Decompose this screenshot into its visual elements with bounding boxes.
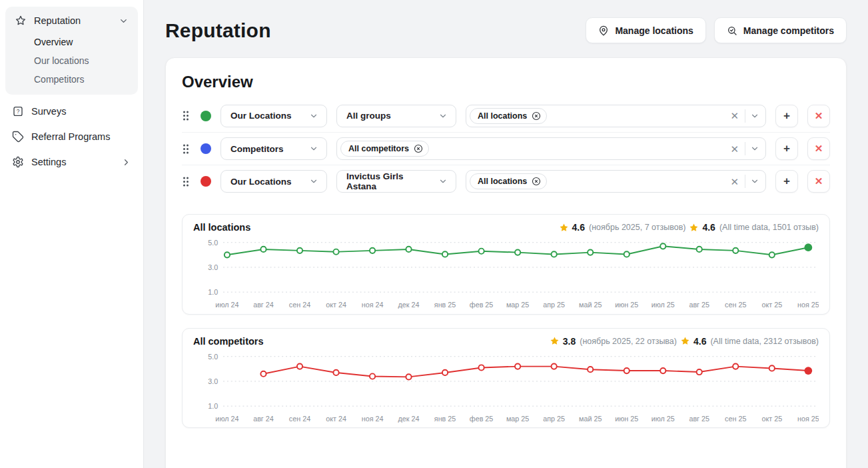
svg-text:апр 25: апр 25 xyxy=(543,414,565,422)
add-series-button[interactable]: + xyxy=(775,170,798,193)
source-select[interactable]: Our Locations xyxy=(220,105,327,127)
star-icon xyxy=(15,15,27,27)
chevron-right-icon xyxy=(121,157,131,167)
remove-series-button[interactable]: ✕ xyxy=(807,137,830,160)
selected-chip[interactable]: All competitors xyxy=(340,141,429,157)
svg-text:5.0: 5.0 xyxy=(208,352,218,360)
line-chart: 5.03.01.0июл 24авг 24сен 24окт 24ноя 24д… xyxy=(193,234,819,310)
sidebar-item-referral-programs[interactable]: Referral Programs xyxy=(5,124,138,149)
drag-handle-icon[interactable] xyxy=(182,110,190,121)
manage-competitors-button[interactable]: Manage competitors xyxy=(714,17,847,43)
tag-icon xyxy=(12,131,24,143)
group-select[interactable]: Invictus Girls Astana xyxy=(336,170,456,193)
divider xyxy=(745,109,745,123)
chevron-down-icon xyxy=(309,144,318,153)
chart-ratings: 3.8 (ноябрь 2025, 22 отзыва) 4.6 (All ti… xyxy=(550,336,819,347)
svg-text:июл 25: июл 25 xyxy=(651,414,675,422)
line-chart: 5.03.01.0июл 24авг 24сен 24окт 24ноя 24д… xyxy=(193,348,819,424)
drag-handle-icon[interactable] xyxy=(182,176,190,187)
divider xyxy=(745,175,745,188)
clear-selection-icon[interactable]: ✕ xyxy=(729,109,740,122)
svg-text:сен 24: сен 24 xyxy=(289,414,310,422)
current-rating-note: (ноябрь 2025, 7 отзывов) xyxy=(589,223,685,232)
svg-text:сен 24: сен 24 xyxy=(289,301,310,309)
chip-remove-icon[interactable] xyxy=(531,111,542,121)
svg-text:авг 25: авг 25 xyxy=(689,301,709,309)
svg-text:ноя 24: ноя 24 xyxy=(362,414,384,422)
svg-text:дек 24: дек 24 xyxy=(398,301,420,309)
sidebar-item-reputation[interactable]: Reputation xyxy=(8,8,135,33)
current-rating-note: (ноябрь 2025, 22 отзыва) xyxy=(580,337,677,346)
svg-text:сен 25: сен 25 xyxy=(725,414,746,422)
chevron-down-icon xyxy=(309,111,318,121)
source-select[interactable]: Our Locations xyxy=(220,170,327,193)
svg-text:5.0: 5.0 xyxy=(208,239,218,247)
svg-text:май 25: май 25 xyxy=(579,301,602,309)
chevron-down-icon[interactable] xyxy=(750,111,759,121)
svg-text:авг 24: авг 24 xyxy=(253,414,274,422)
clear-selection-icon[interactable]: ✕ xyxy=(729,143,740,155)
main-content: Reputation Manage locations Manage compe… xyxy=(144,0,868,468)
svg-text:сен 25: сен 25 xyxy=(725,301,746,309)
current-rating-value: 4.6 xyxy=(572,222,585,233)
chevron-down-icon[interactable] xyxy=(750,144,759,153)
svg-text:дек 24: дек 24 xyxy=(398,414,420,422)
survey-icon: ? xyxy=(12,105,24,117)
clear-selection-icon[interactable]: ✕ xyxy=(729,175,740,188)
overview-card: Overview Our Locations All groups All lo… xyxy=(165,57,847,468)
chevron-down-icon xyxy=(438,111,448,121)
gear-icon xyxy=(12,156,24,168)
svg-text:фев 25: фев 25 xyxy=(470,301,494,309)
alltime-rating-note: (All time data, 2312 отзывов) xyxy=(710,337,819,346)
competitors-multiselect[interactable]: All competitors ✕ xyxy=(336,137,766,160)
chart-title: All locations xyxy=(193,222,250,233)
svg-text:1.0: 1.0 xyxy=(208,288,218,296)
filter-row-competitors: Competitors All competitors ✕ + ✕ xyxy=(182,132,830,165)
svg-text:мар 25: мар 25 xyxy=(506,414,529,422)
locations-multiselect[interactable]: All locations ✕ xyxy=(466,105,766,127)
star-icon xyxy=(680,336,690,346)
overview-title: Overview xyxy=(182,73,830,91)
group-select[interactable]: All groups xyxy=(336,105,456,127)
chip-remove-icon[interactable] xyxy=(531,176,542,187)
sidebar-item-settings[interactable]: Settings xyxy=(5,149,138,175)
current-rating-value: 3.8 xyxy=(563,336,576,347)
chevron-down-icon[interactable] xyxy=(750,177,759,186)
add-series-button[interactable]: + xyxy=(775,105,798,127)
sidebar-item-our-locations[interactable]: Our locations xyxy=(34,52,135,69)
chip-remove-icon[interactable] xyxy=(413,143,424,154)
svg-text:авг 24: авг 24 xyxy=(253,301,274,309)
sidebar-item-competitors[interactable]: Competitors xyxy=(34,71,135,88)
star-icon xyxy=(559,223,569,233)
locations-multiselect[interactable]: All locations ✕ xyxy=(466,170,766,193)
add-series-button[interactable]: + xyxy=(775,137,798,160)
chevron-down-icon xyxy=(309,177,318,186)
source-select[interactable]: Competitors xyxy=(220,137,327,160)
svg-text:3.0: 3.0 xyxy=(208,263,218,271)
svg-text:май 25: май 25 xyxy=(579,414,602,422)
sidebar-item-surveys[interactable]: ? Surveys xyxy=(5,99,138,124)
sidebar-item-label: Reputation xyxy=(34,15,81,26)
svg-text:ноя 25: ноя 25 xyxy=(797,301,819,309)
svg-text:июл 24: июл 24 xyxy=(215,301,238,309)
svg-text:ноя 25: ноя 25 xyxy=(797,414,819,422)
chart-ratings: 4.6 (ноябрь 2025, 7 отзывов) 4.6 (All ti… xyxy=(559,222,819,233)
svg-text:мар 25: мар 25 xyxy=(506,301,529,309)
selected-chip[interactable]: All locations xyxy=(470,108,547,124)
svg-text:янв 25: янв 25 xyxy=(434,414,456,422)
remove-series-button[interactable]: ✕ xyxy=(807,170,830,193)
star-icon xyxy=(689,223,699,233)
alltime-rating-value: 4.6 xyxy=(702,222,715,233)
svg-text:июл 24: июл 24 xyxy=(215,414,238,422)
sidebar-item-overview[interactable]: Overview xyxy=(34,33,135,51)
svg-text:янв 25: янв 25 xyxy=(434,301,456,309)
filter-row-our-locations: Our Locations All groups All locations ✕… xyxy=(182,99,830,132)
remove-series-button[interactable]: ✕ xyxy=(807,105,830,127)
manage-locations-button[interactable]: Manage locations xyxy=(586,17,705,43)
svg-text:окт 24: окт 24 xyxy=(326,414,346,422)
sidebar: Reputation Overview Our locations Compet… xyxy=(0,0,144,468)
svg-text:окт 25: окт 25 xyxy=(761,301,782,309)
all-competitors-chart-card: All competitors 3.8 (ноябрь 2025, 22 отз… xyxy=(182,328,830,429)
selected-chip[interactable]: All locations xyxy=(470,173,547,189)
drag-handle-icon[interactable] xyxy=(182,143,190,155)
